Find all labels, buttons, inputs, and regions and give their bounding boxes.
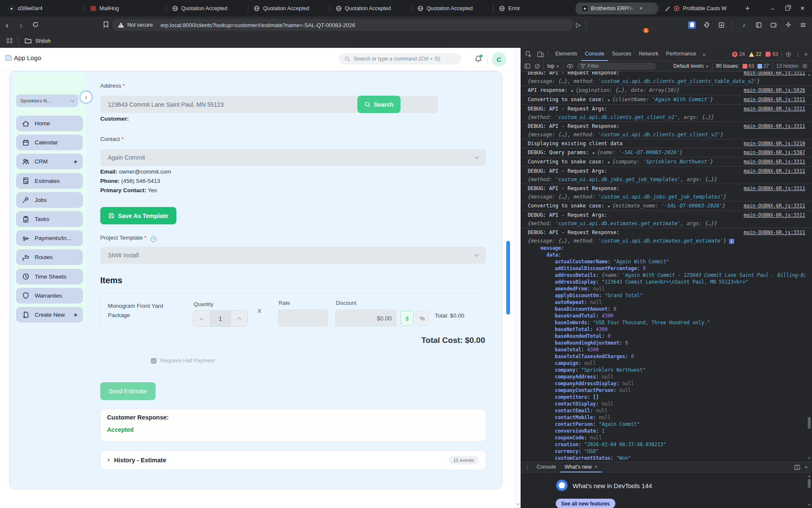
save-as-template-button[interactable]: Save As Template [100,207,176,224]
sidebar-item-create-new[interactable]: Create New+ [16,307,83,323]
apps-grid-icon[interactable] [7,38,12,44]
quantity-decrease-button[interactable] [193,311,210,326]
user-avatar[interactable]: C [492,52,506,66]
company-select[interactable]: Sprinklers N... [16,94,78,107]
drawer-scrollbar[interactable]: ▲ ▼ [807,472,812,508]
browser-tab[interactable]: Quotation Accepted [411,0,493,17]
settings-gear-icon[interactable] [785,51,792,58]
issues-count-badge[interactable]: 63 [765,51,778,57]
source-link[interactable]: main-DUBNX-6R.js:3311 [740,159,805,165]
source-link[interactable]: main-DUBNX-6R.js:3311 [740,229,805,236]
download-icon[interactable] [718,21,725,29]
more-tabs-icon[interactable]: » [700,51,708,58]
send-estimate-button[interactable]: Send Estimate [100,382,156,400]
source-link[interactable]: main-DUBNX-6R.js:3311 [740,203,805,209]
ai-sparkle-icon[interactable] [785,21,792,29]
sidebar-item-home[interactable]: Home [16,116,83,131]
sidebar-item-time-sheets[interactable]: Time Sheets [16,269,83,284]
expand-plus-icon[interactable]: + [74,311,77,318]
split-panel-icon[interactable] [794,465,800,470]
drawer-menu-icon[interactable]: ⋮ [524,464,530,470]
contact-select[interactable]: Again Commit [100,149,486,166]
device-toolbar-icon[interactable] [537,51,544,58]
sidebar-item-routes[interactable]: Routes [16,249,83,265]
console-sidebar-icon[interactable] [524,64,530,69]
bookmark-folder[interactable]: Shiloh [25,38,51,44]
log-levels-select[interactable]: Default levels▼ [673,63,709,69]
expand-plus-icon[interactable]: + [74,158,77,165]
more-options-icon[interactable]: ⋮ [795,51,801,58]
drawer-scrollbar-thumb[interactable] [808,479,811,488]
error-count-badge[interactable]: ✕ 24 [732,51,745,57]
expand-caret-icon[interactable]: ▶ [592,151,597,155]
tab-close-icon[interactable]: × [639,5,644,11]
half-payment-checkbox[interactable] [151,358,156,364]
page-scrollbar-thumb[interactable] [506,241,510,315]
close-tab-icon[interactable]: × [595,464,598,470]
quantity-increase-button[interactable] [231,311,248,326]
history-accordion[interactable]: › History - Estimate 11 events [100,450,486,470]
console-scrollbar[interactable]: ▲ ▼ [807,72,812,462]
minimize-button[interactable]: – [771,5,774,12]
source-link[interactable]: main-DUBNX-6R.js:3311 [740,72,805,76]
sidebar-item-jobs[interactable]: Jobs [16,192,83,208]
puzzle-extension-icon[interactable] [703,21,710,29]
expand-caret-icon[interactable]: ▶ [571,88,576,93]
help-icon[interactable]: ? [151,236,156,242]
project-template-select[interactable]: SNW Install [100,247,486,264]
source-link[interactable]: main-DUBNX-6R.js:3311 [740,212,805,218]
address-search-button[interactable]: Search [357,96,401,113]
eye-icon[interactable] [567,64,573,69]
menu-icon[interactable] [799,21,807,29]
context-selector[interactable]: top▼ [547,63,560,69]
source-link[interactable]: main-DUBNX-6R.js:3311 [740,123,805,130]
inspect-element-icon[interactable] [525,51,532,58]
quantity-value[interactable]: 1 [210,311,231,326]
sidebar-toggle-icon[interactable] [755,21,763,29]
scroll-down-icon[interactable]: ▼ [808,456,811,460]
rate-input[interactable] [278,309,328,327]
forward-icon[interactable]: › [14,20,28,29]
browser-tab[interactable]: MailHog [84,0,166,17]
expand-caret-icon[interactable]: ▶ [607,160,612,164]
console-filter-input[interactable]: Filter [577,63,656,70]
sidebar-item-crm[interactable]: CRM+ [16,154,83,169]
issues-summary[interactable]: 90 Issues: [716,63,739,69]
clear-console-icon[interactable] [535,64,540,69]
browser-tab[interactable]: Quotation Accepted [248,0,329,17]
devtools-tab-performance[interactable]: Performance [662,48,700,61]
browser-tab[interactable]: Quotation Accepted [166,0,248,17]
address-bar[interactable]: Not secure erp.local:8000/clients?lookup… [112,19,573,31]
bookmark-icon[interactable] [103,21,109,30]
expand-caret-icon[interactable]: ▶ [607,98,612,102]
sidebar-item-warranties[interactable]: Warranties [16,288,83,304]
devtools-tab-network[interactable]: Network [635,48,662,61]
app-logo[interactable]: App Logo [5,54,41,61]
sidebar-item-tasks[interactable]: Tasks [16,211,83,227]
global-search-input[interactable]: Search or type a command (Ctrl + G) [339,53,461,64]
drawer-tab-console[interactable]: Console [532,462,560,472]
devtools-tab-elements[interactable]: Elements [551,48,581,61]
source-link[interactable]: main-DUBNX-6R.js:5210 [740,141,805,147]
sidebar-item-payments-in[interactable]: $Payments/In... [16,230,83,246]
source-link[interactable]: main-DUBNX-6R.js:3311 [740,97,805,103]
console-settings-icon[interactable] [802,63,808,69]
source-link[interactable]: main-DUBNX-6R.js:5026 [740,87,805,94]
see-all-features-button[interactable]: See all new features [556,499,615,508]
scroll-down-icon[interactable]: ▼ [808,503,811,507]
notifications-bell-icon[interactable] [475,55,482,65]
info-icon[interactable]: i [729,239,734,244]
reload-icon[interactable] [28,20,43,29]
console-scrollbar-thumb[interactable] [808,417,811,429]
browser-tab[interactable]: Profitable Casts W [658,0,740,17]
close-drawer-icon[interactable]: × [804,464,808,470]
browser-tab[interactable]: ed3i9ei0ar4 [3,0,84,17]
source-link[interactable]: main-DUBNX-6R.js:5387 [740,149,805,156]
sidebar-item-calendar[interactable]: Calendar [16,135,83,150]
source-link[interactable]: main-DUBNX-6R.js:3311 [740,168,805,174]
sidebar-collapse-button[interactable]: ‹ [80,91,92,103]
devtools-tab-sources[interactable]: Sources [608,48,635,61]
sidebar-item-estimates[interactable]: Estimates [16,173,83,189]
share-icon[interactable]: ▷ [576,21,581,29]
back-icon[interactable]: ‹ [0,20,14,29]
